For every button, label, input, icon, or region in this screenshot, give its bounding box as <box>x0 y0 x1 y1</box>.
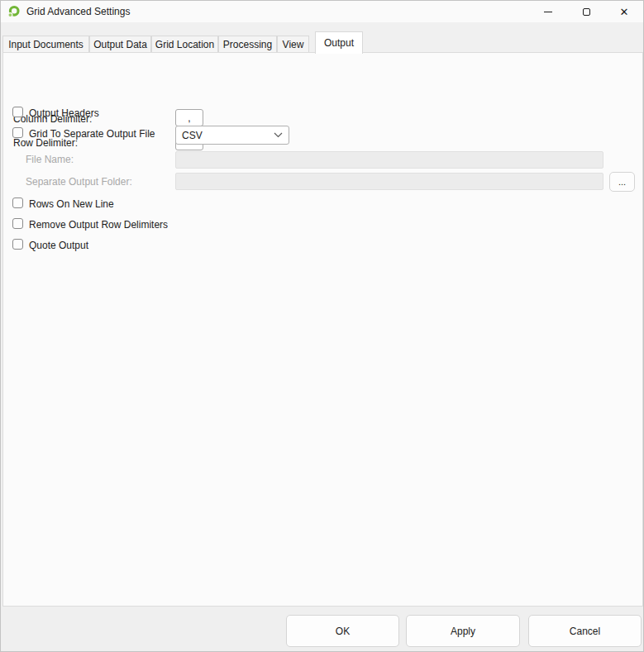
minimize-icon <box>544 12 552 12</box>
close-icon: ✕ <box>620 7 629 17</box>
browse-folder-button[interactable]: ... <box>609 172 635 192</box>
output-headers-label: Output Headers <box>29 107 99 119</box>
window-title: Grid Advanced Settings <box>26 6 130 17</box>
tab-input-documents[interactable]: Input Documents <box>2 36 89 53</box>
tab-output[interactable]: Output <box>315 31 363 54</box>
grid-advanced-settings-dialog: Grid Advanced Settings ✕ Input Documents… <box>0 0 644 652</box>
ok-button[interactable]: OK <box>286 615 399 647</box>
file-name-label: File Name: <box>26 154 74 165</box>
rows-on-new-line-label: Rows On New Line <box>29 198 114 210</box>
remove-output-row-delimiters-checkbox[interactable] <box>12 218 23 229</box>
output-headers-checkbox[interactable] <box>12 107 23 117</box>
remove-output-row-delimiters-label: Remove Output Row Delimiters <box>29 219 168 231</box>
rows-on-new-line-checkbox[interactable] <box>12 198 23 208</box>
tab-output-data[interactable]: Output Data <box>89 36 151 53</box>
tab-processing[interactable]: Processing <box>218 36 277 53</box>
cancel-button[interactable]: Cancel <box>528 615 642 647</box>
maximize-icon <box>583 8 590 16</box>
column-delimiter-input[interactable] <box>175 109 203 126</box>
minimize-button[interactable] <box>529 1 567 22</box>
maximize-button[interactable] <box>567 1 605 22</box>
apply-button[interactable]: Apply <box>406 615 520 647</box>
grid-to-separate-output-file-label: Grid To Separate Output File <box>29 128 155 140</box>
file-name-input <box>175 151 603 169</box>
window-controls: ✕ <box>529 1 643 22</box>
tab-view[interactable]: View <box>277 36 309 53</box>
close-button[interactable]: ✕ <box>605 1 643 22</box>
app-logo-icon <box>7 5 21 18</box>
grid-to-separate-output-file-checkbox[interactable] <box>12 127 23 138</box>
chevron-down-icon <box>274 132 283 138</box>
quote-output-checkbox[interactable] <box>12 239 23 250</box>
output-format-value: CSV <box>182 130 274 141</box>
dialog-footer: OK Apply Cancel <box>1 607 643 652</box>
quote-output-label: Quote Output <box>29 240 88 251</box>
output-format-select[interactable]: CSV <box>175 126 289 145</box>
output-tab-panel: Column Delimiter: Row Delimiter: Output … <box>2 52 643 607</box>
separate-output-folder-input <box>175 173 603 190</box>
separate-output-folder-label: Separate Output Folder: <box>26 176 132 188</box>
tab-grid-location[interactable]: Grid Location <box>151 36 218 53</box>
titlebar: Grid Advanced Settings ✕ <box>1 1 643 22</box>
